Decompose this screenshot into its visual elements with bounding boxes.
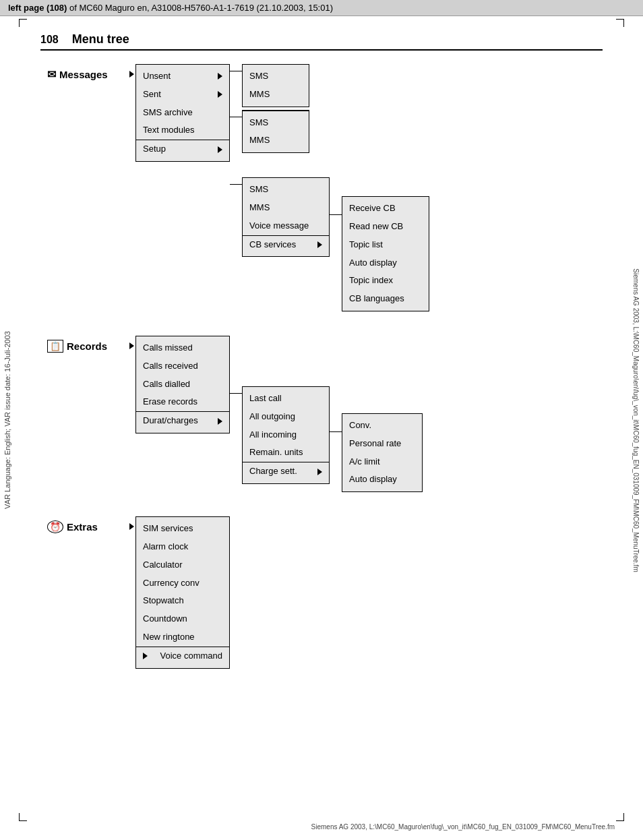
extras-label: ⏰ Extras (47, 516, 127, 533)
records-arrow (127, 336, 135, 351)
menu-tree: ✉ Messages Unsent Sent SMS archive (47, 64, 603, 669)
unsent-arrow (218, 73, 222, 80)
messages-sub-cols: SMS MMS SMS MMS SMS (230, 64, 429, 311)
sent-hline (230, 117, 242, 117)
cb-topicindex: Topic index (342, 272, 429, 290)
cb-readnew: Read new CB (342, 218, 429, 236)
duratchrg-sub-row: Last call All outgoing All incoming Rema… (230, 386, 423, 492)
dc-alloutgoing: All outgoing (243, 408, 329, 426)
dc-chargesett: Charge sett. (243, 462, 329, 481)
sent-mms: MMS (243, 131, 309, 150)
records-icon: 📋 (47, 340, 63, 353)
records-duratchrg: Durat/charges (136, 411, 229, 430)
extras-section: ⏰ Extras SIM services Alarm clock Calcul… (47, 516, 603, 668)
header-bold: left page (108) (8, 3, 67, 13)
page-title: Menu tree (72, 32, 129, 47)
corner-mark-tl (19, 19, 27, 27)
extras-currencyconv: Currency conv (136, 574, 229, 593)
bottom-credits: Siemens AG 2003, L:\MC60_Maguro\en\fug\_… (311, 823, 615, 831)
messages-l1-box: Unsent Sent SMS archive Text modules Set… (135, 64, 230, 162)
dc-allincoming: All incoming (243, 426, 329, 444)
extras-newringtone: New ringtone (136, 628, 229, 647)
setup-sms: SMS (243, 181, 329, 199)
setup-hline (230, 184, 242, 185)
extras-alarmclock: Alarm clock (136, 538, 229, 556)
setup-mms: MMS (243, 199, 329, 217)
cb-sub-box: Receive CB Read new CB Topic list Auto d… (342, 196, 429, 311)
setup-sub-row: SMS MMS Voice message CB services (230, 177, 429, 311)
sent-sub-row: SMS MMS (230, 110, 429, 154)
chargesett-arrow (317, 469, 322, 475)
page-header: 108 Menu tree (40, 32, 603, 51)
extras-stopwatch: Stopwatch (136, 592, 229, 610)
setup-voicemsg: Voice message (243, 217, 329, 235)
side-label-right: Siemens AG 2003, L:\MC60_Maguro\en\fug\_… (628, 40, 643, 800)
chargesett-hline (330, 431, 342, 432)
unsent-mms: MMS (243, 86, 309, 104)
cb-receive: Receive CB (342, 200, 429, 218)
extras-calculator: Calculator (136, 556, 229, 574)
messages-text: Messages (59, 69, 108, 80)
header-rest: of MC60 Maguro en, A31008-H5760-A1-1-761… (67, 3, 333, 13)
sent-sms: SMS (243, 114, 309, 132)
records-callsmissed: Calls missed (136, 339, 229, 357)
records-l1-box: Calls missed Calls received Calls dialle… (135, 336, 230, 433)
side-label-left: VAR Language: English; VAR issue date: 1… (0, 40, 15, 800)
records-label: 📋 Records (47, 336, 127, 353)
records-tri (129, 342, 134, 349)
sent-sub-box: SMS MMS (242, 110, 309, 154)
messages-arrow (127, 64, 135, 80)
cs-personalrate: Personal rate (342, 435, 422, 453)
unsent-sub-row: SMS MMS (230, 64, 429, 107)
duratchrg-hline (230, 393, 242, 394)
voicecmd-arrow (143, 653, 148, 659)
messages-label: ✉ Messages (47, 64, 127, 81)
records-callsreceived: Calls received (136, 357, 229, 376)
records-callsdialled: Calls dialled (136, 376, 229, 394)
messages-icon: ✉ (47, 68, 56, 81)
cs-conv: Conv. (342, 417, 422, 435)
cb-sub-row: Receive CB Read new CB Topic list Auto d… (330, 177, 429, 311)
cb-topiclist: Topic list (342, 236, 429, 254)
corner-mark-bl (19, 813, 27, 821)
cs-aclimit: A/c limit (342, 453, 422, 471)
dc-lastcall: Last call (243, 390, 329, 408)
setup-arrow (218, 146, 222, 153)
sent-arrow (218, 91, 222, 98)
messages-sent-item: Sent (136, 86, 229, 104)
chargesett-sub-row: Conv. Personal rate A/c limit Auto displ… (330, 386, 423, 492)
extras-l1-box: SIM services Alarm clock Calculator Curr… (135, 516, 230, 668)
messages-section: ✉ Messages Unsent Sent SMS archive (47, 64, 603, 311)
records-text: Records (67, 340, 107, 352)
corner-mark-tr (616, 19, 624, 27)
unsent-sms: SMS (243, 67, 309, 86)
cs-autodisplay: Auto display (342, 471, 422, 489)
extras-simservices: SIM services (136, 520, 229, 538)
records-eraserecords: Erase records (136, 393, 229, 411)
page-content: 108 Menu tree ✉ Messages Unsent (27, 26, 616, 700)
chargesett-sub-box: Conv. Personal rate A/c limit Auto displ… (342, 413, 423, 492)
duratchrg-sub-box: Last call All outgoing All incoming Rema… (242, 386, 330, 484)
records-section: 📋 Records Calls missed Calls received Ca… (47, 336, 603, 492)
messages-unsent-item: Unsent (136, 67, 229, 86)
page-number: 108 (40, 34, 59, 46)
extras-voicecommand: Voice command (136, 647, 229, 665)
cb-hline (330, 214, 342, 215)
extras-text: Extras (67, 521, 98, 533)
messages-tri (129, 71, 134, 78)
setup-sub-box: SMS MMS Voice message CB services (242, 177, 330, 257)
unsent-sub-box: SMS MMS (242, 64, 309, 107)
cb-languages: CB languages (342, 290, 429, 308)
messages-setup-item: Setup (136, 140, 229, 158)
records-sub-cols: Last call All outgoing All incoming Rema… (230, 336, 423, 492)
extras-tri (129, 523, 134, 530)
header-bar: left page (108) of MC60 Maguro en, A3100… (0, 0, 643, 16)
messages-textmodules-item: Text modules (136, 121, 229, 140)
extras-icon: ⏰ (47, 520, 63, 533)
extras-countdown: Countdown (136, 610, 229, 628)
corner-mark-br (616, 813, 624, 821)
dc-remainunits: Remain. units (243, 444, 329, 462)
cbservices-arrow (317, 241, 322, 248)
cb-autodisplay: Auto display (342, 254, 429, 272)
messages-smsarchive-item: SMS archive (136, 104, 229, 122)
